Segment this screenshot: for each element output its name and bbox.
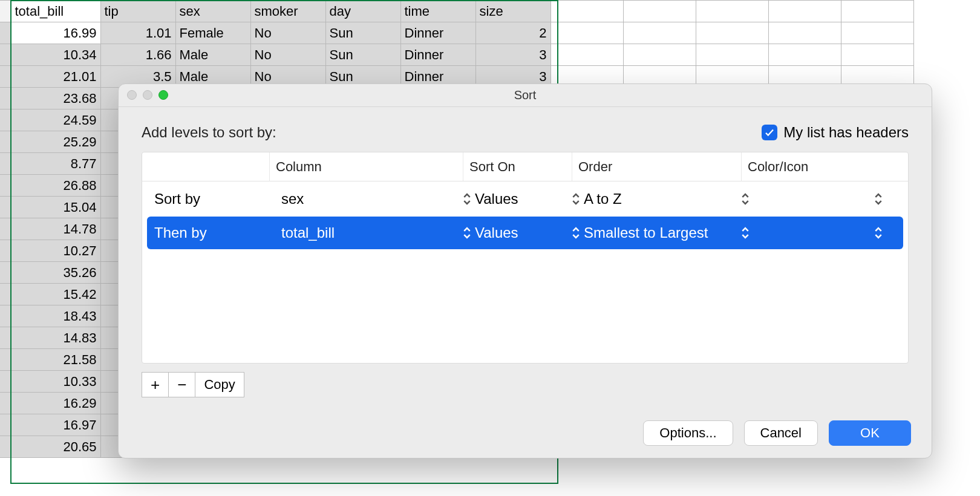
col-header[interactable]: total_bill	[11, 1, 100, 22]
col-header[interactable]: size	[475, 1, 550, 22]
col-header[interactable]: sex	[175, 1, 250, 22]
table-row[interactable]: 16.991.01FemaleNoSunDinner2	[0, 22, 913, 44]
col-blank	[142, 152, 269, 181]
headers-checkbox[interactable]: My list has headers	[762, 124, 909, 141]
col-header[interactable]: day	[325, 1, 400, 22]
copy-level-button[interactable]: Copy	[195, 372, 244, 397]
headers-checkbox-label: My list has headers	[783, 124, 909, 141]
maximize-window-icon[interactable]	[158, 90, 168, 100]
sort-levels-table: Column Sort On Order Color/Icon Sort bys…	[142, 152, 909, 364]
stepper-icon[interactable]	[570, 226, 581, 240]
col-order: Order	[572, 152, 741, 181]
sorton-select[interactable]: Values	[475, 191, 584, 207]
col-header[interactable]: time	[400, 1, 475, 22]
check-icon	[762, 125, 777, 140]
remove-level-button[interactable]: −	[169, 372, 195, 397]
close-window-icon[interactable]	[127, 90, 137, 100]
stepper-icon[interactable]	[740, 192, 751, 206]
stepper-icon[interactable]	[740, 226, 751, 240]
column-select[interactable]: sex	[281, 191, 475, 207]
sort-level-row[interactable]: Then bytotal_billValuesSmallest to Large…	[147, 217, 903, 249]
table-row[interactable]: 10.341.66MaleNoSunDinner3	[0, 44, 913, 66]
col-header[interactable]: smoker	[250, 1, 325, 22]
column-select[interactable]: total_bill	[281, 224, 475, 241]
level-label: Then by	[154, 224, 281, 241]
add-level-button[interactable]: +	[142, 372, 169, 397]
col-sorton: Sort On	[463, 152, 572, 181]
stepper-icon[interactable]	[873, 226, 884, 240]
options-button[interactable]: Options...	[643, 420, 733, 446]
col-coloricon: Color/Icon	[741, 152, 874, 181]
col-header[interactable]: tip	[100, 1, 175, 22]
stepper-icon[interactable]	[873, 192, 884, 206]
stepper-icon[interactable]	[462, 226, 472, 240]
stepper-icon[interactable]	[462, 192, 472, 206]
order-select[interactable]: Smallest to Largest	[584, 224, 753, 241]
sort-dialog: Sort Add levels to sort by: My list has …	[118, 83, 932, 458]
header-row: total_bill tip sex smoker day time size	[0, 1, 913, 22]
add-levels-label: Add levels to sort by:	[142, 124, 276, 141]
stepper-icon[interactable]	[570, 192, 581, 206]
dialog-titlebar: Sort	[119, 84, 932, 107]
dialog-title: Sort	[119, 88, 932, 102]
cancel-button[interactable]: Cancel	[744, 420, 818, 446]
sorton-select[interactable]: Values	[475, 224, 584, 241]
order-select[interactable]: A to Z	[584, 191, 753, 207]
level-label: Sort by	[154, 191, 281, 207]
minimize-window-icon[interactable]	[143, 90, 152, 100]
col-column: Column	[269, 152, 463, 181]
ok-button[interactable]: OK	[829, 420, 911, 446]
sort-level-row[interactable]: Sort bysexValuesA to Z	[147, 183, 903, 215]
